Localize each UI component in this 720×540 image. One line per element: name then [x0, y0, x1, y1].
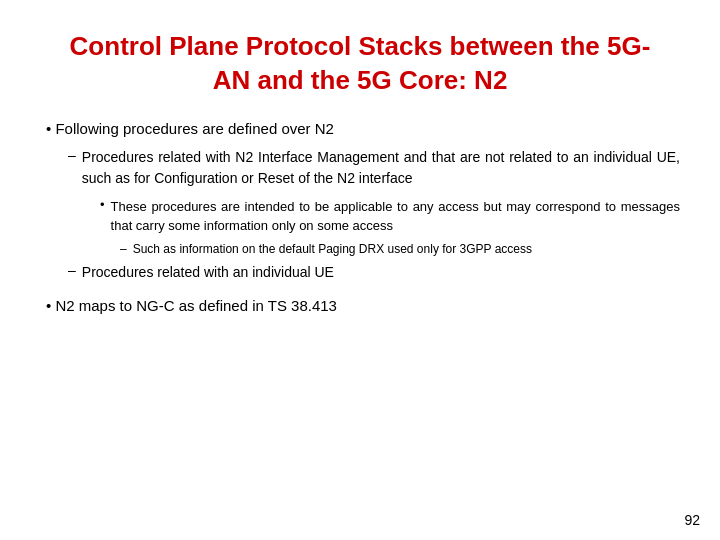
- slide: Control Plane Protocol Stacks between th…: [0, 0, 720, 540]
- slide-title: Control Plane Protocol Stacks between th…: [40, 30, 680, 98]
- dash-2-symbol: –: [68, 262, 76, 278]
- bullet-2: • N2 maps to NG-C as defined in TS 38.41…: [40, 297, 680, 314]
- sub-dash-1-text: Such as information on the default Pagin…: [133, 242, 532, 256]
- bullet-1: • Following procedures are defined over …: [40, 120, 680, 137]
- dash-1: – Procedures related with N2 Interface M…: [68, 147, 680, 189]
- title-line2: AN and the 5G Core: N2: [213, 65, 508, 95]
- page-number: 92: [684, 512, 700, 528]
- dash-1-symbol: –: [68, 147, 76, 163]
- dash-2: – Procedures related with an individual …: [68, 262, 680, 283]
- bullet-1-label: • Following procedures are defined over …: [46, 120, 334, 137]
- dash-1-text: Procedures related with N2 Interface Man…: [82, 147, 680, 189]
- sub-dash-1: – Such as information on the default Pag…: [120, 242, 680, 256]
- sub-bullet-1-text: These procedures are intended to be appl…: [111, 197, 680, 236]
- sub-bullet-1-symbol: •: [100, 197, 105, 212]
- slide-content: • Following procedures are defined over …: [40, 120, 680, 314]
- dash-2-text: Procedures related with an individual UE: [82, 262, 334, 283]
- title-line1: Control Plane Protocol Stacks between th…: [70, 31, 651, 61]
- bullet-2-label: • N2 maps to NG-C as defined in TS 38.41…: [46, 297, 337, 314]
- sub-bullet-1: • These procedures are intended to be ap…: [100, 197, 680, 236]
- sub-dash-1-symbol: –: [120, 242, 127, 256]
